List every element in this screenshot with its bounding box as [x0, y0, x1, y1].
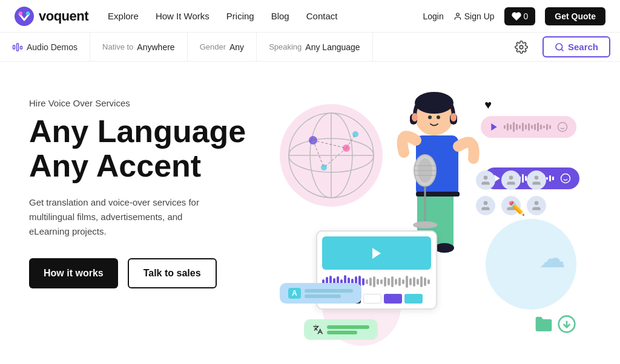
- svg-line-9: [561, 49, 563, 51]
- user-avatar-6: [530, 200, 542, 212]
- gender-label: Gender: [200, 42, 226, 51]
- svg-rect-113: [424, 278, 426, 286]
- heart-icon: [512, 11, 521, 21]
- nav-right: Login Sign Up 0 Get Quote: [423, 7, 605, 25]
- talk-to-sales-button[interactable]: Talk to sales: [128, 258, 217, 288]
- audio-demos-label: Audio Demos: [27, 42, 78, 52]
- svg-rect-36: [540, 125, 542, 129]
- svg-line-20: [324, 148, 346, 167]
- search-button[interactable]: Search: [542, 36, 610, 57]
- svg-marker-23: [491, 123, 496, 131]
- svg-rect-103: [388, 278, 390, 285]
- smiley-icon-purple: [560, 173, 571, 184]
- signup-link[interactable]: Sign Up: [453, 11, 495, 21]
- how-it-works-button[interactable]: How it works: [29, 258, 118, 288]
- wishlist-count: 0: [524, 11, 529, 21]
- svg-rect-111: [417, 279, 419, 285]
- logo-link[interactable]: voquent: [15, 7, 88, 26]
- nav-blog[interactable]: Blog: [271, 11, 289, 21]
- text-line-4: [327, 331, 357, 334]
- nav-pricing[interactable]: Pricing: [226, 11, 254, 21]
- svg-rect-97: [366, 279, 368, 284]
- user-avatar-4: [480, 200, 492, 212]
- text-lines-b: [327, 325, 369, 334]
- nav-explore[interactable]: Explore: [108, 11, 139, 21]
- hero-section: Hire Voice Over Services Any Language An…: [0, 62, 620, 364]
- text-line-3: [327, 325, 369, 329]
- filter-settings-button[interactable]: [505, 41, 538, 54]
- svg-point-74: [437, 115, 440, 119]
- letter-a: A: [288, 288, 301, 299]
- nav-contact[interactable]: Contact: [306, 11, 338, 21]
- svg-point-120: [535, 201, 539, 206]
- hero-subtitle: Hire Voice Over Services: [29, 98, 259, 108]
- svg-point-117: [535, 176, 539, 180]
- user-avatar-2: [505, 174, 517, 186]
- cloud-decoration: ☁: [539, 242, 566, 273]
- hero-title: Any Language Any Accent: [29, 114, 259, 183]
- svg-rect-26: [510, 125, 512, 129]
- translation-card-a: A: [280, 283, 361, 304]
- filter-bar: Audio Demos Native to Anywhere Gender An…: [0, 33, 620, 62]
- avatar-4: [476, 196, 495, 215]
- svg-rect-28: [516, 124, 518, 130]
- translate-icon: [312, 324, 323, 335]
- svg-rect-114: [427, 279, 430, 284]
- native-to-value: Anywhere: [137, 42, 174, 52]
- login-link[interactable]: Login: [423, 11, 443, 21]
- monitor-screen: [322, 236, 431, 270]
- smiley-icon: [557, 122, 568, 132]
- native-to-filter[interactable]: Native to Anywhere: [90, 33, 188, 61]
- svg-rect-99: [373, 276, 375, 287]
- user-avatar-3: [530, 174, 542, 186]
- svg-rect-109: [409, 278, 412, 285]
- get-quote-button[interactable]: Get Quote: [545, 7, 605, 25]
- nav-how-it-works[interactable]: How It Works: [156, 11, 209, 21]
- svg-marker-84: [372, 248, 381, 259]
- svg-rect-96: [362, 278, 364, 285]
- svg-rect-100: [377, 279, 379, 285]
- text-line-2: [305, 294, 341, 298]
- svg-rect-25: [507, 123, 509, 131]
- play-icon-small: [489, 122, 499, 132]
- gender-value: Any: [229, 42, 244, 52]
- svg-rect-39: [549, 125, 551, 129]
- svg-rect-24: [504, 125, 506, 129]
- svg-rect-27: [513, 122, 515, 132]
- svg-rect-106: [398, 278, 401, 286]
- svg-point-115: [484, 176, 488, 180]
- speaking-filter[interactable]: Speaking Any Language: [257, 33, 373, 61]
- svg-rect-110: [413, 277, 415, 287]
- audio-demos-filter[interactable]: Audio Demos: [0, 33, 90, 61]
- avatar-1: [476, 171, 495, 190]
- svg-rect-31: [525, 125, 527, 129]
- svg-rect-112: [420, 276, 423, 287]
- brand-name: voquent: [39, 8, 88, 24]
- svg-rect-33: [531, 125, 533, 129]
- voquent-logo-icon: [15, 7, 34, 26]
- svg-point-73: [428, 115, 432, 119]
- svg-point-40: [558, 123, 567, 132]
- speaking-label: Speaking: [269, 42, 302, 51]
- speaking-value: Any Language: [305, 42, 360, 52]
- hero-description: Get translation and voice-over services …: [29, 195, 223, 239]
- svg-rect-37: [543, 126, 545, 128]
- svg-point-83: [413, 221, 437, 229]
- svg-rect-32: [528, 123, 530, 131]
- svg-point-7: [519, 45, 523, 49]
- download-icon: [557, 314, 576, 334]
- swatch-purple: [384, 294, 402, 304]
- user-avatar-1: [480, 174, 492, 186]
- main-nav: voquent Explore How It Works Pricing Blo…: [0, 0, 620, 33]
- svg-point-118: [484, 201, 488, 206]
- wishlist-button[interactable]: 0: [504, 7, 536, 25]
- svg-rect-105: [395, 279, 397, 285]
- user-icon: [453, 12, 462, 21]
- avatar-3: [527, 171, 546, 190]
- avatar-2: [501, 171, 521, 190]
- gender-filter[interactable]: Gender Any: [188, 33, 257, 61]
- svg-rect-107: [402, 279, 404, 284]
- folder-icon: [534, 314, 553, 334]
- pencil-decoration: ✏️: [509, 201, 525, 216]
- svg-rect-5: [17, 44, 19, 51]
